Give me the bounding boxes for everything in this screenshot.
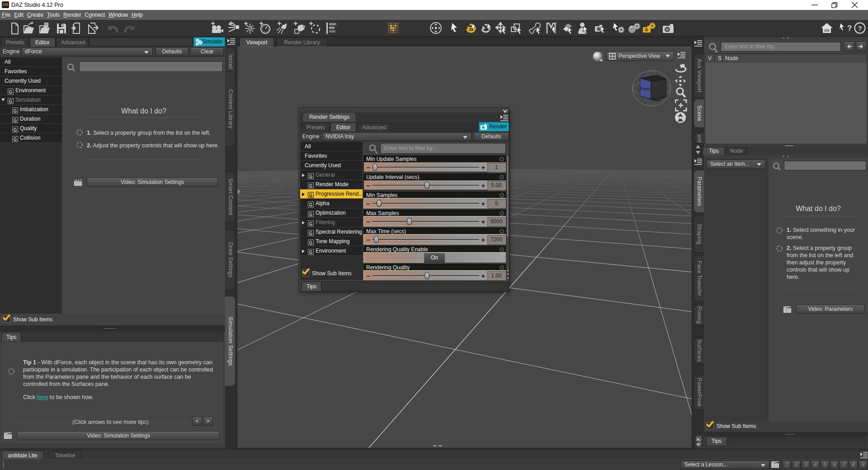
svg-text:DS: DS <box>824 28 830 33</box>
svg-text:Front: Front <box>640 86 651 91</box>
svg-text:?: ? <box>847 24 852 33</box>
svg-text:?: ? <box>858 24 862 32</box>
